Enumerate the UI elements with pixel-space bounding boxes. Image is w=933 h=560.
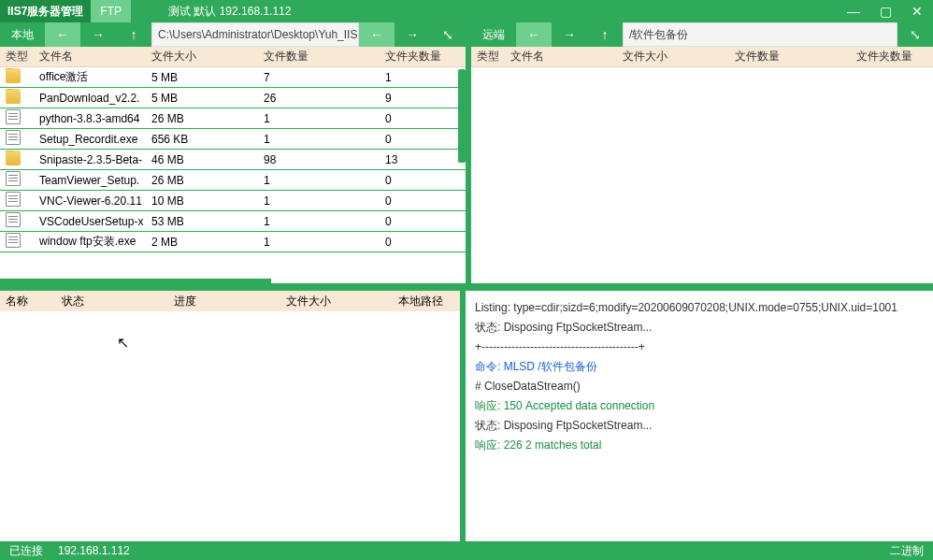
table-row[interactable]: VNC-Viewer-6.20.1110 MB10 bbox=[0, 191, 466, 211]
table-row[interactable]: TeamViewer_Setup.26 MB10 bbox=[0, 170, 466, 191]
log-line: Listing: type=cdir;sizd=6;modify=2020060… bbox=[475, 298, 924, 318]
main-area: 类型 文件名 文件大小 文件数量 文件夹数量 office激活5 MB71Pan… bbox=[0, 47, 933, 283]
folder-icon bbox=[6, 68, 21, 83]
file-name: window ftp安装.exe bbox=[34, 234, 146, 250]
folder-count: 0 bbox=[380, 133, 466, 146]
folder-count: 1 bbox=[380, 71, 466, 84]
file-size: 2 MB bbox=[146, 236, 258, 249]
close-button[interactable]: ✕ bbox=[901, 4, 933, 19]
remote-file-list[interactable] bbox=[471, 67, 933, 283]
folder-count: 9 bbox=[380, 92, 466, 105]
scrollbar-thumb[interactable] bbox=[458, 69, 466, 163]
file-count: 26 bbox=[258, 92, 380, 105]
remote-up-button[interactable]: ↑ bbox=[587, 22, 623, 47]
app-brand: IIS7服务器管理 bbox=[0, 0, 91, 22]
qcol-state[interactable]: 状态 bbox=[56, 294, 168, 309]
window-controls: — ▢ ✕ bbox=[838, 4, 933, 19]
file-count: 1 bbox=[258, 215, 380, 228]
folder-count: 0 bbox=[380, 174, 466, 187]
log-line: 状态: Disposing FtpSocketStream... bbox=[475, 318, 924, 337]
progress-indicator bbox=[0, 279, 271, 283]
file-count: 1 bbox=[258, 236, 380, 249]
status-ip: 192.168.1.112 bbox=[58, 544, 130, 557]
local-toolbar: 本地 ← → ↑ C:\Users\Administrator\Desktop\… bbox=[0, 22, 466, 47]
status-mode: 二进制 bbox=[890, 543, 924, 559]
file-count: 1 bbox=[258, 194, 380, 208]
file-name: office激活 bbox=[34, 69, 146, 85]
folder-icon bbox=[6, 151, 21, 165]
table-row[interactable]: office激活5 MB71 bbox=[0, 67, 466, 88]
file-icon bbox=[6, 233, 21, 248]
cursor-icon: ↖ bbox=[117, 334, 129, 352]
local-file-list[interactable]: office激活5 MB71PanDownload_v2.2.5 MB269py… bbox=[0, 67, 466, 283]
local-expand-button[interactable]: ⤡ bbox=[430, 22, 466, 47]
maximize-button[interactable]: ▢ bbox=[869, 4, 901, 19]
col-type[interactable]: 类型 bbox=[0, 49, 34, 65]
toolbar: 本地 ← → ↑ C:\Users\Administrator\Desktop\… bbox=[0, 22, 933, 47]
local-pane: 类型 文件名 文件大小 文件数量 文件夹数量 office激活5 MB71Pan… bbox=[0, 47, 466, 283]
file-icon bbox=[6, 212, 21, 227]
col-name[interactable]: 文件名 bbox=[505, 49, 617, 65]
file-name: python-3.8.3-amd64 bbox=[34, 112, 146, 125]
table-row[interactable]: Setup_Recordit.exe656 KB10 bbox=[0, 129, 466, 150]
local-back-button[interactable]: ← bbox=[45, 22, 80, 47]
local-nav-right[interactable]: → bbox=[395, 22, 430, 47]
status-bar: 已连接 192.168.1.112 二进制 bbox=[0, 541, 933, 560]
remote-expand-button[interactable]: ⤡ bbox=[897, 22, 933, 47]
file-icon bbox=[6, 192, 21, 207]
file-size: 26 MB bbox=[146, 174, 258, 187]
folder-count: 0 bbox=[380, 236, 466, 249]
queue-header: 名称 状态 进度 文件大小 本地路径 bbox=[0, 291, 460, 311]
file-size: 26 MB bbox=[146, 112, 258, 125]
minimize-button[interactable]: — bbox=[838, 4, 869, 19]
remote-path-input[interactable]: /软件包备份 bbox=[623, 22, 897, 47]
file-name: VNC-Viewer-6.20.11 bbox=[34, 194, 146, 208]
folder-count: 0 bbox=[380, 112, 466, 125]
local-forward-button[interactable]: → bbox=[80, 22, 116, 47]
local-up-button[interactable]: ↑ bbox=[116, 22, 151, 47]
horizontal-splitter[interactable] bbox=[0, 283, 933, 291]
file-count: 98 bbox=[258, 153, 380, 166]
log-line: 状态: Disposing FtpSocketStream... bbox=[475, 416, 924, 436]
file-name: Setup_Recordit.exe bbox=[34, 133, 146, 146]
remote-pane: 类型 文件名 文件大小 文件数量 文件夹数量 bbox=[471, 47, 933, 283]
transfer-queue: 名称 状态 进度 文件大小 本地路径 ↖ bbox=[0, 291, 466, 541]
log-line: +---------------------------------------… bbox=[475, 337, 924, 357]
ftp-tag: FTP bbox=[91, 0, 131, 22]
qcol-progress[interactable]: 进度 bbox=[168, 294, 280, 309]
local-path-input[interactable]: C:\Users\Administrator\Desktop\Yuh_IIS7\… bbox=[151, 22, 359, 47]
qcol-path[interactable]: 本地路径 bbox=[393, 294, 460, 309]
table-row[interactable]: python-3.8.3-amd6426 MB10 bbox=[0, 108, 466, 129]
file-count: 1 bbox=[258, 112, 380, 125]
file-icon bbox=[6, 171, 21, 186]
table-row[interactable]: window ftp安装.exe2 MB10 bbox=[0, 232, 466, 252]
col-count[interactable]: 文件数量 bbox=[258, 49, 380, 65]
file-name: TeamViewer_Setup. bbox=[34, 174, 146, 187]
qcol-name[interactable]: 名称 bbox=[0, 294, 56, 309]
col-size[interactable]: 文件大小 bbox=[146, 49, 258, 65]
col-size[interactable]: 文件大小 bbox=[617, 49, 729, 65]
col-type[interactable]: 类型 bbox=[471, 49, 505, 65]
file-size: 53 MB bbox=[146, 215, 258, 228]
table-row[interactable]: VSCodeUserSetup-x53 MB10 bbox=[0, 211, 466, 232]
col-folders[interactable]: 文件夹数量 bbox=[380, 49, 466, 65]
col-count[interactable]: 文件数量 bbox=[729, 49, 851, 65]
local-nav-left[interactable]: ← bbox=[359, 22, 395, 47]
table-row[interactable]: Snipaste-2.3.5-Beta-46 MB9813 bbox=[0, 150, 466, 170]
remote-back-button[interactable]: ← bbox=[516, 22, 552, 47]
file-size: 5 MB bbox=[146, 92, 258, 105]
file-name: Snipaste-2.3.5-Beta- bbox=[34, 153, 146, 166]
remote-forward-button[interactable]: → bbox=[552, 22, 587, 47]
file-size: 656 KB bbox=[146, 133, 258, 146]
log-line: # CloseDataStream() bbox=[475, 377, 924, 396]
table-row[interactable]: PanDownload_v2.2.5 MB269 bbox=[0, 88, 466, 108]
qcol-size[interactable]: 文件大小 bbox=[280, 294, 393, 309]
log-line: 响应: 226 2 matches total bbox=[475, 436, 924, 455]
folder-count: 13 bbox=[380, 153, 466, 166]
col-folders[interactable]: 文件夹数量 bbox=[851, 49, 933, 65]
log-panel[interactable]: Listing: type=cdir;sizd=6;modify=2020060… bbox=[466, 291, 933, 541]
file-count: 7 bbox=[258, 71, 380, 84]
col-name[interactable]: 文件名 bbox=[34, 49, 146, 65]
log-line: 命令: MLSD /软件包备份 bbox=[475, 357, 924, 377]
file-icon bbox=[6, 109, 21, 124]
